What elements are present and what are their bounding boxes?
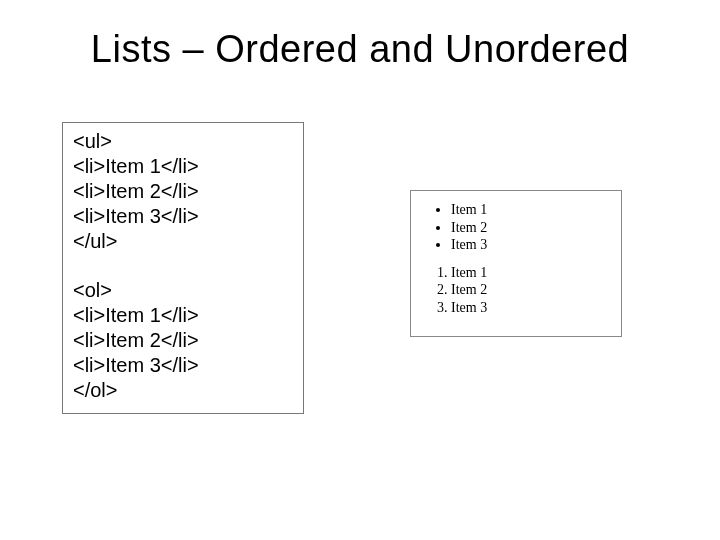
code-example-box: <ul> <li>Item 1</li> <li>Item 2</li> <li…: [62, 122, 304, 414]
rendered-output-box: Item 1 Item 2 Item 3 Item 1 Item 2 Item …: [410, 190, 622, 337]
slide-title: Lists – Ordered and Unordered: [0, 28, 720, 71]
code-line: <li>Item 1</li>: [73, 154, 293, 179]
code-line: <ul>: [73, 129, 293, 154]
code-line: </ol>: [73, 378, 293, 403]
list-item: Item 2: [451, 281, 611, 299]
code-line: </ul>: [73, 229, 293, 254]
unordered-list: Item 1 Item 2 Item 3: [421, 201, 611, 254]
spacer: [73, 254, 293, 278]
code-line: <li>Item 3</li>: [73, 204, 293, 229]
list-item: Item 1: [451, 264, 611, 282]
list-item: Item 3: [451, 299, 611, 317]
list-item: Item 1: [451, 201, 611, 219]
slide: Lists – Ordered and Unordered <ul> <li>I…: [0, 0, 720, 540]
list-item: Item 3: [451, 236, 611, 254]
code-line: <li>Item 1</li>: [73, 303, 293, 328]
code-line: <li>Item 2</li>: [73, 179, 293, 204]
list-item: Item 2: [451, 219, 611, 237]
ordered-list: Item 1 Item 2 Item 3: [421, 264, 611, 317]
code-line: <li>Item 2</li>: [73, 328, 293, 353]
code-line: <ol>: [73, 278, 293, 303]
code-line: <li>Item 3</li>: [73, 353, 293, 378]
